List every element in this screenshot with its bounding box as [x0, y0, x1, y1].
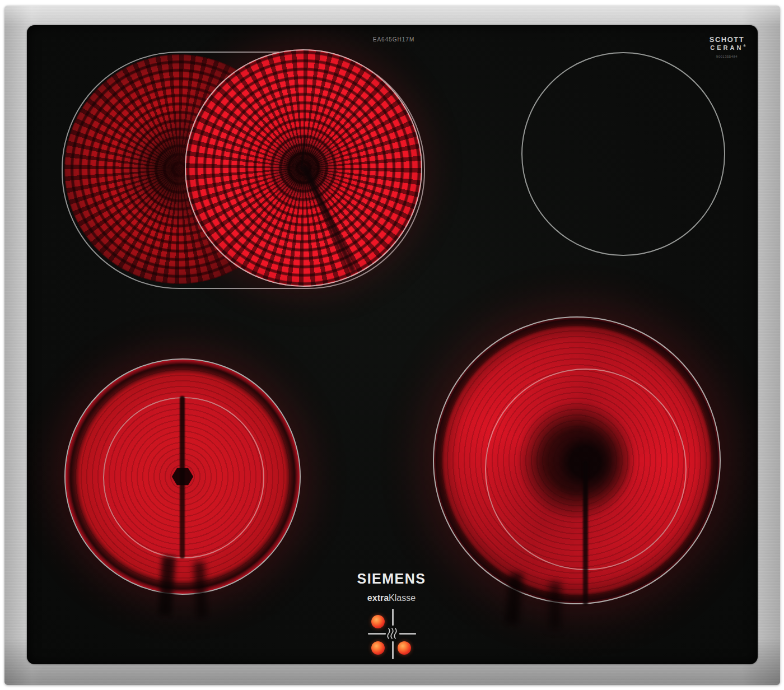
model-number-label: EA645GH17M [349, 36, 438, 43]
ceran-glass-surface: EA645GH17M SCHOTT CERAN® 9001355484 [27, 25, 758, 664]
glass-print-code: 9001355484 [702, 55, 752, 58]
rear-right-zone-outline [521, 52, 725, 256]
element-lead-shadow [549, 582, 561, 629]
hotplate-dot-rear-left [371, 615, 385, 628]
temperature-sensor-rod [583, 461, 588, 605]
series-label-bold: extra [367, 593, 389, 603]
hotplate-dot-front-right [398, 641, 411, 655]
indicator-cross-horizontal-right [399, 633, 416, 635]
series-label-light: Klasse [389, 593, 416, 603]
indicator-cross-vertical-top [392, 609, 394, 626]
heat-waves-icon [386, 627, 399, 640]
registered-trademark-mark: ® [743, 44, 745, 48]
indicator-cross-vertical-bottom [392, 641, 394, 659]
siemens-logo: SIEMENS [347, 571, 436, 587]
schott-ceran-logo: SCHOTT CERAN® 9001355484 [702, 35, 752, 58]
schott-wordmark: SCHOTT [702, 35, 752, 44]
cooktop-steel-frame: EA645GH17M SCHOTT CERAN® 9001355484 [4, 6, 780, 685]
ceran-wordmark: CERAN® [702, 44, 752, 51]
indicator-cross-horizontal-left [368, 633, 386, 635]
hotplate-dot-front-left [371, 641, 385, 655]
series-label: extraKlasse [347, 593, 436, 603]
product-photo: EA645GH17M SCHOTT CERAN® 9001355484 [0, 0, 784, 690]
